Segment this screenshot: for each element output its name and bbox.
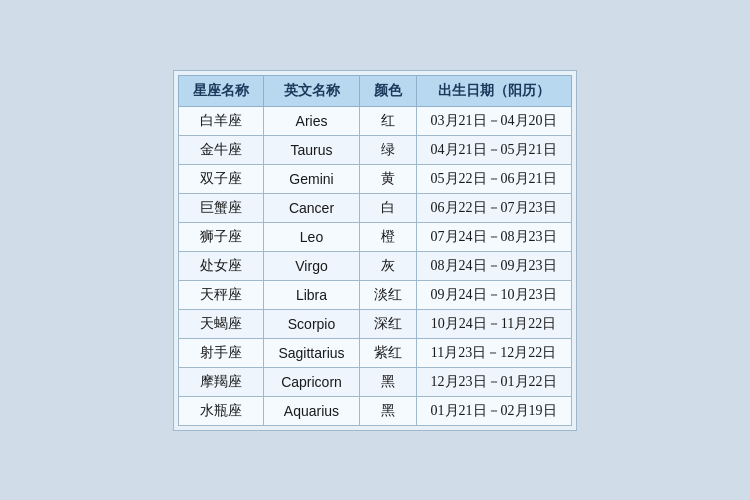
cell-dates: 09月24日－10月23日	[416, 280, 571, 309]
cell-dates: 05月22日－06月21日	[416, 164, 571, 193]
cell-chinese-name: 双子座	[179, 164, 264, 193]
header-birth-date: 出生日期（阳历）	[416, 75, 571, 106]
header-english-name: 英文名称	[264, 75, 359, 106]
cell-color: 黑	[359, 396, 416, 425]
cell-chinese-name: 金牛座	[179, 135, 264, 164]
cell-color: 灰	[359, 251, 416, 280]
cell-chinese-name: 狮子座	[179, 222, 264, 251]
header-chinese-name: 星座名称	[179, 75, 264, 106]
cell-chinese-name: 白羊座	[179, 106, 264, 135]
cell-english-name: Aquarius	[264, 396, 359, 425]
table-row: 双子座Gemini黄05月22日－06月21日	[179, 164, 571, 193]
cell-color: 淡红	[359, 280, 416, 309]
table-row: 巨蟹座Cancer白06月22日－07月23日	[179, 193, 571, 222]
cell-chinese-name: 天蝎座	[179, 309, 264, 338]
cell-english-name: Sagittarius	[264, 338, 359, 367]
cell-english-name: Taurus	[264, 135, 359, 164]
cell-dates: 11月23日－12月22日	[416, 338, 571, 367]
cell-color: 深红	[359, 309, 416, 338]
cell-english-name: Scorpio	[264, 309, 359, 338]
zodiac-table: 星座名称 英文名称 颜色 出生日期（阳历） 白羊座Aries红03月21日－04…	[178, 75, 571, 426]
table-body: 白羊座Aries红03月21日－04月20日金牛座Taurus绿04月21日－0…	[179, 106, 571, 425]
cell-dates: 12月23日－01月22日	[416, 367, 571, 396]
table-row: 水瓶座Aquarius黑01月21日－02月19日	[179, 396, 571, 425]
table-row: 白羊座Aries红03月21日－04月20日	[179, 106, 571, 135]
cell-chinese-name: 射手座	[179, 338, 264, 367]
cell-dates: 04月21日－05月21日	[416, 135, 571, 164]
cell-color: 白	[359, 193, 416, 222]
table-row: 摩羯座Capricorn黑12月23日－01月22日	[179, 367, 571, 396]
cell-english-name: Leo	[264, 222, 359, 251]
cell-english-name: Cancer	[264, 193, 359, 222]
table-header-row: 星座名称 英文名称 颜色 出生日期（阳历）	[179, 75, 571, 106]
table-row: 射手座Sagittarius紫红11月23日－12月22日	[179, 338, 571, 367]
cell-color: 紫红	[359, 338, 416, 367]
cell-color: 绿	[359, 135, 416, 164]
table-row: 金牛座Taurus绿04月21日－05月21日	[179, 135, 571, 164]
cell-english-name: Virgo	[264, 251, 359, 280]
cell-color: 黄	[359, 164, 416, 193]
cell-dates: 01月21日－02月19日	[416, 396, 571, 425]
cell-dates: 10月24日－11月22日	[416, 309, 571, 338]
cell-dates: 07月24日－08月23日	[416, 222, 571, 251]
cell-chinese-name: 处女座	[179, 251, 264, 280]
cell-english-name: Gemini	[264, 164, 359, 193]
cell-english-name: Capricorn	[264, 367, 359, 396]
cell-chinese-name: 水瓶座	[179, 396, 264, 425]
cell-color: 黑	[359, 367, 416, 396]
zodiac-table-wrapper: 星座名称 英文名称 颜色 出生日期（阳历） 白羊座Aries红03月21日－04…	[173, 70, 576, 431]
cell-color: 橙	[359, 222, 416, 251]
header-color: 颜色	[359, 75, 416, 106]
cell-chinese-name: 巨蟹座	[179, 193, 264, 222]
table-row: 狮子座Leo橙07月24日－08月23日	[179, 222, 571, 251]
table-row: 天蝎座Scorpio深红10月24日－11月22日	[179, 309, 571, 338]
cell-english-name: Libra	[264, 280, 359, 309]
cell-chinese-name: 天秤座	[179, 280, 264, 309]
table-row: 处女座Virgo灰08月24日－09月23日	[179, 251, 571, 280]
cell-english-name: Aries	[264, 106, 359, 135]
cell-dates: 08月24日－09月23日	[416, 251, 571, 280]
cell-chinese-name: 摩羯座	[179, 367, 264, 396]
cell-dates: 03月21日－04月20日	[416, 106, 571, 135]
cell-dates: 06月22日－07月23日	[416, 193, 571, 222]
cell-color: 红	[359, 106, 416, 135]
table-row: 天秤座Libra淡红09月24日－10月23日	[179, 280, 571, 309]
